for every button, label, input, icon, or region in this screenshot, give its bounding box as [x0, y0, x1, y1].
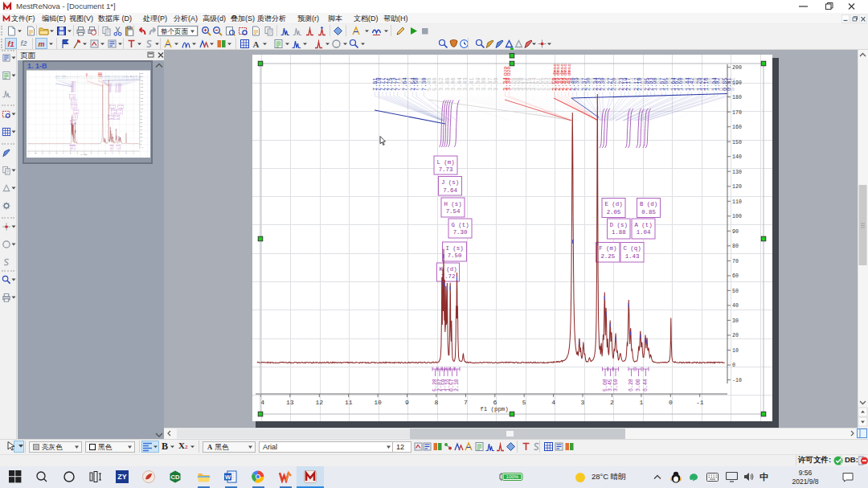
svg-text:W: W: [225, 474, 231, 481]
svg-text:100%: 100%: [506, 474, 519, 479]
svg-text:A: A: [253, 39, 260, 49]
svg-text:CD: CD: [171, 474, 180, 481]
